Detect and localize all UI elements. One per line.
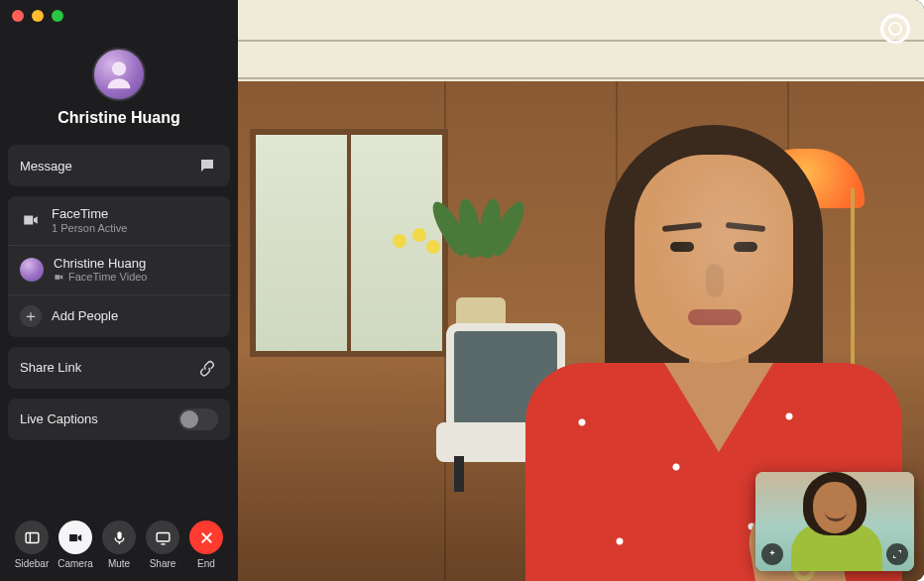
screen-share-icon <box>155 529 172 546</box>
participant-status: FaceTime Video <box>68 271 147 284</box>
add-people-label: Add People <box>52 308 118 323</box>
participant-name: Christine Huang <box>54 256 146 271</box>
memoji-icon <box>102 58 136 91</box>
sidebar-button[interactable]: Sidebar <box>10 521 54 569</box>
plus-icon: ＋ <box>20 305 42 327</box>
facetime-title: FaceTime <box>52 206 108 221</box>
contact-name: Christine Huang <box>58 109 180 127</box>
live-captions-label: Live Captions <box>20 411 98 426</box>
close-icon <box>198 529 215 546</box>
svg-rect-4 <box>157 532 170 541</box>
svg-point-0 <box>112 61 126 75</box>
link-icon <box>196 357 218 379</box>
live-photo-button[interactable] <box>880 14 910 44</box>
message-panel[interactable]: Message <box>8 145 230 186</box>
live-captions-toggle[interactable] <box>178 408 218 430</box>
camera-button-label: Camera <box>58 558 93 569</box>
video-small-icon <box>54 272 64 283</box>
camera-icon <box>67 529 84 546</box>
contact-avatar[interactable] <box>92 48 146 101</box>
facetime-window: Christine Huang Message FaceTime 1 Perso… <box>0 0 924 581</box>
participants-panel: FaceTime 1 Person Active Christine Huang… <box>8 196 230 337</box>
message-label: Message <box>20 159 72 174</box>
participant-avatar <box>20 258 44 282</box>
sparkle-icon <box>766 548 778 560</box>
window-controls <box>12 10 63 22</box>
share-link-panel[interactable]: Share Link <box>8 347 230 389</box>
pip-expand-button[interactable] <box>886 543 908 565</box>
sidebar-button-label: Sidebar <box>15 558 49 569</box>
self-view[interactable] <box>755 472 914 571</box>
expand-icon <box>891 548 903 560</box>
pip-effects-button[interactable] <box>761 543 783 565</box>
call-toolbar: Sidebar Camera Mute Share End <box>8 515 230 573</box>
microphone-icon <box>111 529 128 546</box>
add-people-row[interactable]: ＋ Add People <box>8 294 230 337</box>
share-button[interactable]: Share <box>141 521 184 569</box>
svg-rect-3 <box>117 531 121 539</box>
call-sidebar: Christine Huang Message FaceTime 1 Perso… <box>0 0 238 581</box>
facetime-subtitle: 1 Person Active <box>52 222 127 235</box>
svg-rect-1 <box>26 532 39 542</box>
facetime-status-row[interactable]: FaceTime 1 Person Active <box>8 196 230 245</box>
participant-row[interactable]: Christine Huang FaceTime Video <box>8 245 230 294</box>
sidebar-icon <box>24 529 41 546</box>
zoom-window-button[interactable] <box>52 10 63 22</box>
mute-button-label: Mute <box>108 558 130 569</box>
camera-button[interactable]: Camera <box>54 521 97 569</box>
mute-button[interactable]: Mute <box>97 521 141 569</box>
close-window-button[interactable] <box>12 10 24 22</box>
video-area <box>238 0 924 581</box>
contact-header: Christine Huang <box>8 48 230 145</box>
video-icon <box>20 209 42 231</box>
end-call-button[interactable]: End <box>184 521 228 569</box>
end-button-label: End <box>197 558 215 569</box>
share-button-label: Share <box>150 558 176 569</box>
minimize-window-button[interactable] <box>32 10 44 22</box>
share-link-label: Share Link <box>20 360 81 375</box>
live-captions-panel: Live Captions <box>8 399 230 440</box>
message-icon <box>196 155 218 176</box>
